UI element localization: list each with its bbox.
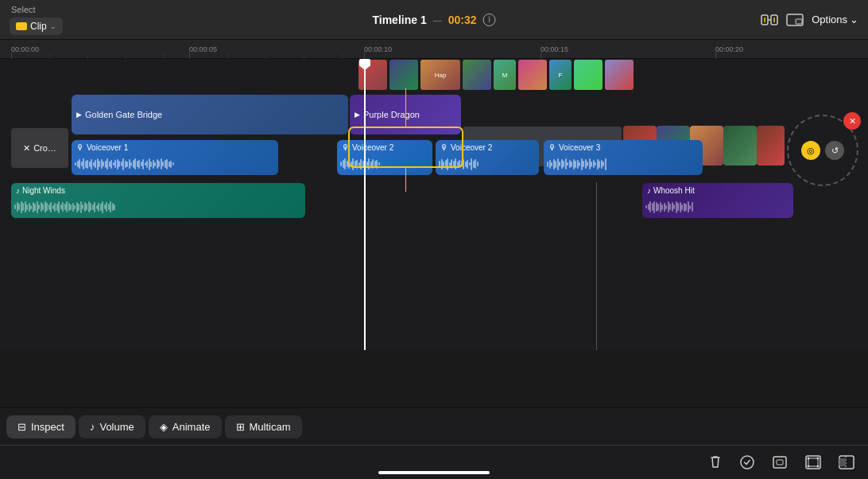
svg-rect-6 — [777, 460, 783, 465]
voiceover-1-track: 🎙 Voiceover 1 🎙 Voiceover 2 — [0, 140, 868, 180]
filmstrip-thumb-3: Hap — [420, 60, 460, 90]
radial-buttons: ◎ ↺ — [801, 141, 844, 160]
ruler-mark-2: 00:00:10 — [364, 45, 392, 53]
svg-point-10 — [817, 458, 820, 460]
swap-button[interactable]: ↺ — [825, 141, 844, 160]
whoosh-hit-clip[interactable]: ♪ Whoosh Hit — [642, 183, 793, 218]
options-button[interactable]: Options ⌄ — [812, 14, 858, 25]
panel-divider — [596, 182, 597, 350]
filmstrip-track: Hap M F — [0, 59, 868, 91]
ruler-mark-4: 00:00:20 — [715, 45, 743, 53]
connection-line-bottom — [405, 168, 406, 192]
svg-point-4 — [741, 456, 754, 469]
info-icon[interactable]: i — [483, 14, 496, 26]
home-indicator — [378, 471, 490, 474]
voiceover-2a-clip[interactable]: 🎙 Voiceover 2 — [337, 140, 432, 175]
whoosh-hit-waveform — [645, 199, 790, 215]
crop-button[interactable] — [771, 454, 789, 470]
filmstrip-thumb-8 — [574, 60, 603, 90]
voiceover-1-label: 🎙 Voiceover 1 — [72, 140, 133, 155]
select-label: Select — [11, 5, 36, 14]
svg-point-9 — [808, 458, 810, 460]
svg-rect-14 — [839, 458, 846, 466]
night-winds-waveform — [14, 199, 302, 215]
clip-label: Clip — [30, 21, 47, 32]
timeline-title: Timeline 1 — 00:32 i — [372, 14, 495, 26]
svg-point-11 — [808, 465, 810, 468]
volume-label: Volume — [99, 421, 134, 433]
inspect-icon: ⊟ — [17, 421, 26, 433]
top-toolbar: Select Clip ⌄ Timeline 1 — 00:32 i — [0, 0, 868, 40]
filmstrip-thumb-6 — [518, 60, 547, 90]
svg-rect-8 — [808, 458, 818, 466]
pin-button[interactable]: ◎ — [801, 141, 820, 160]
bottom-tabs: ⊟ Inspect ♪ Volume ◈ Animate ⊞ Multicam — [0, 408, 868, 446]
connection-line-top — [405, 88, 406, 127]
svg-rect-5 — [773, 457, 786, 468]
ruler-mark-0: 00:00:00 — [11, 45, 39, 53]
music-track-row: ♪ Night Winds ♪ Whoosh Hit — [0, 183, 868, 223]
purple-dragon-label: ▶ Purple Dragon — [350, 110, 424, 119]
tab-multicam[interactable]: ⊞ Multicam — [225, 415, 302, 438]
voiceover-3-waveform — [547, 156, 699, 172]
tab-inspect[interactable]: ⊟ Inspect — [6, 415, 76, 438]
timeline-duration: 00:32 — [448, 14, 477, 26]
magnetic-timeline-button[interactable] — [761, 13, 778, 27]
playhead[interactable] — [364, 59, 366, 350]
multicam-icon: ⊞ — [236, 421, 245, 433]
timeline-area: 00:00:00 00:00:05 00:00:10 00:00:15 00:0… — [0, 40, 868, 350]
voiceover-2b-label: 🎙 Voiceover 2 — [436, 140, 497, 155]
voiceover-3-clip[interactable]: 🎙 Voiceover 3 — [544, 140, 703, 175]
multicam-label: Multicam — [250, 421, 291, 433]
tab-animate[interactable]: ◈ Animate — [149, 415, 222, 438]
golden-gate-label: ▶ Golden Gate Bridge — [72, 110, 167, 119]
options-chevron-icon: ⌄ — [850, 14, 858, 25]
toolbar-right: Options ⌄ — [761, 13, 858, 27]
radial-outer-ring: ◎ ↺ ✕ — [787, 115, 858, 186]
close-button[interactable]: ✕ — [843, 112, 861, 130]
filmstrip-thumb-9 — [605, 60, 634, 90]
night-winds-label: ♪ Night Winds — [11, 183, 70, 198]
tracks-container: Hap M F ✕ Cro… — [0, 59, 868, 350]
ruler-mark-3: 00:00:15 — [541, 45, 568, 53]
svg-point-12 — [817, 465, 820, 468]
bottom-toolbar: ⊟ Inspect ♪ Volume ◈ Animate ⊞ Multicam — [0, 407, 868, 479]
filmstrip-clips: Hap M F — [358, 60, 634, 90]
delete-button[interactable] — [707, 454, 723, 470]
radial-menu: ◎ ↺ ✕ — [787, 115, 858, 186]
timeline-name: Timeline 1 — [372, 14, 426, 26]
video-track: ✕ Cro… ▶ Golden Gate Bridge ▶ Purple Dra… — [0, 92, 868, 136]
swap-icon: ↺ — [831, 146, 839, 156]
chevron-down-icon: ⌄ — [50, 22, 56, 30]
time-ruler: 00:00:00 00:00:05 00:00:10 00:00:15 00:0… — [0, 40, 868, 59]
voiceover-2a-label: 🎙 Voiceover 2 — [337, 140, 398, 155]
golden-gate-clip[interactable]: ▶ Golden Gate Bridge — [72, 95, 348, 134]
pip-button[interactable] — [786, 13, 804, 27]
animate-label: Animate — [172, 421, 211, 433]
transform-button[interactable] — [804, 454, 822, 470]
night-winds-clip[interactable]: ♪ Night Winds — [11, 183, 305, 218]
filmstrip-thumb-2 — [389, 60, 418, 90]
filmstrip-thumb-5: M — [494, 60, 516, 90]
voiceover-2b-waveform — [439, 156, 536, 172]
animate-icon: ◈ — [160, 421, 168, 433]
filmstrip-thumb-7: F — [549, 60, 572, 90]
clip-selector[interactable]: Clip ⌄ — [10, 18, 63, 35]
ruler-mark-1: 00:00:05 — [189, 45, 217, 53]
voiceover-3-label: 🎙 Voiceover 3 — [544, 140, 605, 155]
whoosh-hit-label: ♪ Whoosh Hit — [642, 183, 699, 198]
volume-icon: ♪ — [90, 421, 95, 433]
voiceover-1-clip[interactable]: 🎙 Voiceover 1 — [72, 140, 278, 175]
clip-color-icon — [16, 22, 27, 30]
pin-icon: ◎ — [807, 146, 815, 156]
tab-volume[interactable]: ♪ Volume — [79, 415, 145, 438]
svg-rect-3 — [796, 19, 802, 24]
voiceover-2b-clip[interactable]: 🎙 Voiceover 2 — [436, 140, 539, 175]
options-label: Options — [812, 14, 847, 25]
inspect-label: Inspect — [31, 421, 64, 433]
voiceover-2a-waveform — [340, 156, 429, 172]
voiceover-1-waveform — [75, 156, 275, 172]
filmstrip-thumb-4 — [463, 60, 491, 90]
check-button[interactable] — [739, 454, 755, 470]
trim-button[interactable] — [838, 454, 855, 470]
